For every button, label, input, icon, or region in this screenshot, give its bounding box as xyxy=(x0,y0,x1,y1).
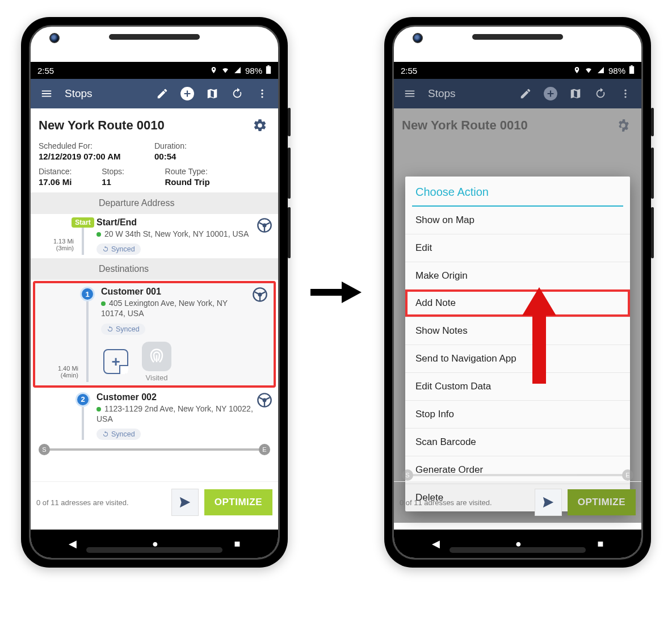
battery-text: 98% xyxy=(608,66,625,75)
navigate-icon xyxy=(535,489,562,516)
leg-time-1: (4min) xyxy=(61,372,78,379)
start-leg-time: (3min) xyxy=(56,245,74,251)
visited-fingerprint-icon[interactable] xyxy=(142,342,171,371)
add-icon[interactable] xyxy=(177,83,198,104)
refresh-icon xyxy=(590,83,611,104)
section-destinations: Destinations xyxy=(31,258,278,280)
action-edit-custom-data[interactable]: Edit Custom Data xyxy=(405,372,630,400)
map-icon[interactable] xyxy=(202,83,222,104)
progress-slider[interactable]: S E xyxy=(36,443,272,456)
action-show-notes[interactable]: Show Notes xyxy=(405,317,630,345)
speaker-bottom xyxy=(86,547,222,553)
slider-start[interactable]: S xyxy=(39,444,50,455)
sync-chip: Synced xyxy=(96,243,141,255)
battery-icon xyxy=(266,65,271,75)
footer-bar: 0 of 11 adresses are visited. OPTIMIZE xyxy=(31,481,278,523)
camera-dot xyxy=(413,33,423,43)
vol-up-button xyxy=(288,148,291,199)
action-stop-info[interactable]: Stop Info xyxy=(405,400,630,428)
vol-down-button xyxy=(288,207,291,258)
stop-row-2[interactable]: 2 Customer 002 1123-1129 2nd Ave, New Yo… xyxy=(31,389,278,443)
stop-address-1: 405 Lexington Ave, New York, NY 10174, U… xyxy=(101,298,252,318)
route-header: New York Route 0010 Scheduled For: 12/12… xyxy=(31,108,278,192)
svg-rect-12 xyxy=(629,66,634,74)
menu-icon xyxy=(400,83,420,104)
menu-icon[interactable] xyxy=(36,83,57,104)
start-stop-row[interactable]: 1.13 Mi (3min) Start Start/End 20 W 34th… xyxy=(31,214,278,258)
action-make-origin[interactable]: Make Origin xyxy=(405,262,630,289)
optimize-button: OPTIMIZE xyxy=(568,489,636,515)
nav-back-icon[interactable]: ◀ xyxy=(432,538,440,550)
svg-point-4 xyxy=(261,93,263,94)
start-title: Start/End xyxy=(96,217,257,228)
battery-icon xyxy=(629,65,635,75)
svg-point-3 xyxy=(261,90,263,91)
slider-end[interactable]: E xyxy=(259,444,270,455)
edit-icon xyxy=(515,83,536,104)
stop-title-2: Customer 002 xyxy=(96,392,257,402)
stop-number-2: 2 xyxy=(75,392,90,407)
sync-chip: Synced xyxy=(96,429,141,440)
svg-rect-0 xyxy=(266,66,271,74)
status-icons: 98% xyxy=(573,65,635,75)
battery-text: 98% xyxy=(245,66,262,75)
leg-dist-1: 1.40 Mi xyxy=(58,365,78,372)
speaker-top xyxy=(472,34,563,40)
visited-status: 0 of 11 adresses are visited. xyxy=(36,498,166,507)
start-leg-dist: 1.13 Mi xyxy=(53,238,74,245)
steering-wheel-icon[interactable] xyxy=(257,217,272,233)
clock: 2:55 xyxy=(401,66,417,75)
svg-point-5 xyxy=(261,96,263,98)
stops-label: Stops: xyxy=(102,167,165,176)
stop-number-1: 1 xyxy=(80,287,95,301)
nav-back-icon[interactable]: ◀ xyxy=(69,538,77,550)
wifi-icon xyxy=(584,66,593,75)
stops-list[interactable]: Departure Address 1.13 Mi (3min) Start S… xyxy=(31,192,278,481)
navigate-icon[interactable] xyxy=(171,489,199,516)
steering-wheel-icon[interactable] xyxy=(252,287,268,303)
action-show-on-map[interactable]: Show on Map xyxy=(405,207,630,234)
signal-icon xyxy=(233,66,242,75)
map-icon xyxy=(565,83,586,104)
speaker-top xyxy=(109,34,200,40)
highlighted-stop: 1.40 Mi (4min) 1 Customer 001 405 Lexing… xyxy=(33,281,276,387)
power-button xyxy=(288,108,291,136)
stops-value: 11 xyxy=(102,177,165,187)
optimize-button[interactable]: OPTIMIZE xyxy=(204,489,272,515)
steering-wheel-icon[interactable] xyxy=(257,392,272,408)
visited-status: 0 of 11 adresses are visited. xyxy=(400,498,529,507)
distance-label: Distance: xyxy=(39,167,102,176)
refresh-icon[interactable] xyxy=(227,83,247,104)
location-icon xyxy=(210,66,217,75)
status-bar: 2:55 98% xyxy=(394,62,641,79)
stop-row-1[interactable]: 1.40 Mi (4min) 1 Customer 001 405 Lexing… xyxy=(35,283,274,385)
appbar-title: Stops xyxy=(428,87,511,100)
action-edit[interactable]: Edit xyxy=(405,234,630,262)
stop-address-2: 1123-1129 2nd Ave, New York, NY 10022, U… xyxy=(96,404,257,424)
vol-down-button xyxy=(651,207,654,258)
action-scan-barcode[interactable]: Scan Barcode xyxy=(405,428,630,456)
scheduled-value: 12/12/2019 07:00 AM xyxy=(39,152,154,161)
nav-recents-icon[interactable]: ■ xyxy=(234,538,240,550)
app-bar: Stops xyxy=(31,79,278,108)
status-bar: 2:55 98% xyxy=(31,62,278,79)
choose-action-dialog: Choose Action Show on Map Edit Make Orig… xyxy=(405,177,630,511)
duration-label: Duration: xyxy=(154,141,270,150)
appbar-title: Stops xyxy=(65,87,148,100)
progress-slider: S E xyxy=(400,469,636,481)
edit-icon[interactable] xyxy=(152,83,173,104)
speaker-bottom xyxy=(450,547,586,553)
route-title: New York Route 0010 xyxy=(39,118,165,133)
svg-point-17 xyxy=(624,96,626,98)
signal-icon xyxy=(597,66,605,75)
nav-recents-icon[interactable]: ■ xyxy=(597,538,603,550)
action-send-to-navigation[interactable]: Send to Navigation App xyxy=(405,345,630,372)
svg-point-15 xyxy=(624,90,626,91)
action-add-note[interactable]: Add Note xyxy=(405,289,630,317)
status-icons: 98% xyxy=(210,65,271,75)
settings-gear-icon[interactable] xyxy=(250,115,270,136)
add-note-button[interactable]: + xyxy=(103,349,128,374)
stop-title-1: Customer 001 xyxy=(101,287,252,297)
more-icon[interactable] xyxy=(252,83,272,104)
app-bar: Stops xyxy=(394,79,641,108)
